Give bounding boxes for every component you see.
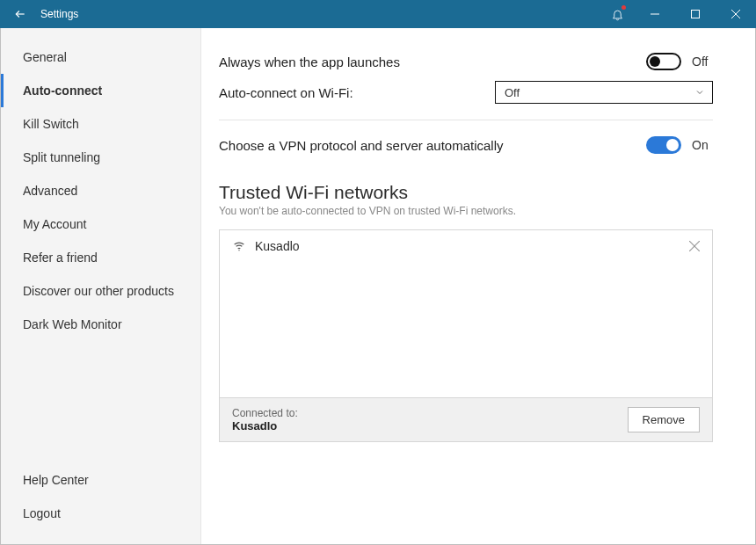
sidebar-item-auto-connect[interactable]: Auto-connect bbox=[1, 74, 200, 107]
window-minimize-button[interactable] bbox=[635, 0, 675, 28]
sidebar: General Auto-connect Kill Switch Split t… bbox=[1, 28, 201, 544]
wifi-select-value: Off bbox=[505, 86, 520, 99]
connected-network-name: Kusadlo bbox=[232, 419, 298, 432]
svg-rect-2 bbox=[692, 11, 700, 18]
window-maximize-button[interactable] bbox=[675, 0, 716, 28]
titlebar: Settings bbox=[0, 0, 756, 28]
sidebar-item-help-center[interactable]: Help Center bbox=[1, 463, 200, 497]
trusted-list: Kusadlo bbox=[220, 230, 712, 397]
remove-button[interactable]: Remove bbox=[628, 407, 700, 432]
protocol-toggle[interactable] bbox=[646, 136, 681, 154]
sidebar-item-refer[interactable]: Refer a friend bbox=[1, 241, 200, 274]
sidebar-item-logout[interactable]: Logout bbox=[1, 497, 200, 530]
titlebar-title: Settings bbox=[40, 8, 78, 20]
launch-toggle-state: Off bbox=[692, 54, 713, 69]
row-protocol-toggle: Choose a VPN protocol and server automat… bbox=[219, 126, 713, 164]
connected-label: Connected to: bbox=[232, 407, 298, 419]
sidebar-item-general[interactable]: General bbox=[1, 40, 200, 74]
trusted-network-name: Kusadlo bbox=[255, 239, 300, 253]
notification-dot bbox=[622, 5, 626, 10]
divider bbox=[219, 120, 713, 120]
sidebar-item-my-account[interactable]: My Account bbox=[1, 207, 200, 241]
trusted-title: Trusted Wi-Fi networks bbox=[219, 182, 713, 203]
sidebar-item-advanced[interactable]: Advanced bbox=[1, 174, 200, 207]
chevron-down-icon bbox=[694, 87, 705, 98]
sidebar-item-split-tunneling[interactable]: Split tunneling bbox=[1, 141, 200, 174]
sidebar-item-other-products[interactable]: Discover our other products bbox=[1, 274, 200, 308]
wifi-autoconnect-select[interactable]: Off bbox=[495, 81, 713, 104]
notifications-icon[interactable] bbox=[600, 0, 635, 28]
trusted-panel: Kusadlo Connected to: Kusadlo Remove bbox=[219, 229, 713, 442]
main-content: Always when the app launches Off Auto-co… bbox=[201, 28, 755, 544]
row-launch-toggle: Always when the app launches Off bbox=[219, 42, 713, 81]
wifi-icon bbox=[232, 239, 246, 253]
trusted-footer: Connected to: Kusadlo Remove bbox=[220, 397, 712, 441]
protocol-toggle-state: On bbox=[692, 138, 713, 152]
svg-point-5 bbox=[238, 250, 239, 251]
sidebar-item-dark-web-monitor[interactable]: Dark Web Monitor bbox=[1, 308, 200, 341]
window-close-button[interactable] bbox=[716, 0, 756, 28]
sidebar-item-kill-switch[interactable]: Kill Switch bbox=[1, 107, 200, 141]
trusted-network-row[interactable]: Kusadlo bbox=[232, 239, 700, 253]
remove-network-icon[interactable] bbox=[689, 241, 700, 251]
wifi-label: Auto-connect on Wi-Fi: bbox=[219, 85, 353, 100]
trusted-subtitle: You won't be auto-connected to VPN on tr… bbox=[219, 205, 713, 217]
back-icon[interactable] bbox=[14, 8, 26, 20]
row-wifi-select: Auto-connect on Wi-Fi: Off bbox=[219, 81, 713, 114]
launch-label: Always when the app launches bbox=[219, 54, 400, 69]
protocol-label: Choose a VPN protocol and server automat… bbox=[219, 138, 504, 153]
launch-toggle[interactable] bbox=[646, 53, 681, 70]
